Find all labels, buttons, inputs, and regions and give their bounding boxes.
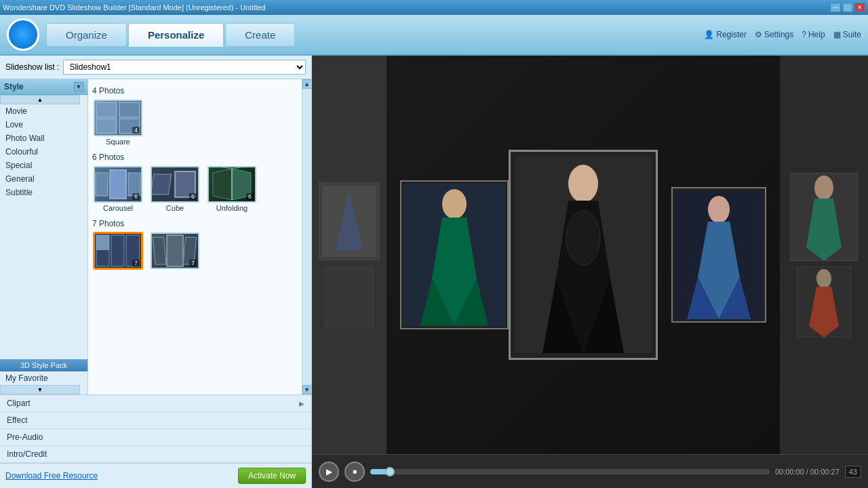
style-thumb-img-unfolding: 6 bbox=[208, 166, 256, 203]
svg-rect-15 bbox=[111, 235, 124, 266]
svg-rect-7 bbox=[152, 174, 172, 195]
style-thumb-img-carousel: 6 bbox=[94, 166, 142, 203]
thumb-number-7b: 7 bbox=[189, 260, 197, 266]
style-thumb-label-cube: Cube bbox=[166, 204, 184, 212]
section-7photos: 7 Photos bbox=[92, 219, 298, 228]
svg-rect-0 bbox=[96, 102, 117, 117]
style-thumb-cube[interactable]: 6 Cube bbox=[149, 166, 201, 212]
stop-button[interactable]: ■ bbox=[344, 462, 365, 482]
style-item-colourful[interactable]: Colourful bbox=[0, 145, 87, 159]
style-item-love[interactable]: Love bbox=[0, 118, 87, 131]
style-thumb-label-unfolding: Unfolding bbox=[216, 204, 248, 212]
header-actions: 👤 Register ⚙ Settings ? Help ▦ Suite bbox=[704, 30, 861, 39]
svg-marker-9 bbox=[213, 169, 232, 200]
activate-button[interactable]: Activate Now bbox=[238, 468, 306, 484]
register-button[interactable]: 👤 Register bbox=[704, 30, 747, 39]
sidebar-scroll-down[interactable]: ▼ bbox=[0, 385, 80, 394]
progress-bar[interactable] bbox=[370, 469, 770, 474]
style-thumb-7a[interactable]: 7 bbox=[92, 232, 144, 270]
style-thumb-img-cube: 6 bbox=[151, 166, 199, 203]
thumb-number-carousel: 6 bbox=[132, 193, 140, 200]
left-panel: Slideshow list : Slideshow1 Style ▼ ▲ Mo… bbox=[0, 56, 312, 488]
style-panel-area: Style ▼ ▲ Movie Love Photo Wall Colourfu… bbox=[0, 79, 311, 394]
svg-line-13 bbox=[232, 167, 241, 169]
preaudio-label: Pre-Audio bbox=[7, 432, 43, 442]
style-thumb-unfolding[interactable]: 6 Unfolding bbox=[206, 166, 258, 212]
help-button[interactable]: ? Help bbox=[802, 30, 825, 39]
style-arrow-btn[interactable]: ▼ bbox=[74, 82, 83, 92]
svg-point-35 bbox=[816, 269, 831, 288]
left-menu: Clipart ▶ Effect Pre-Audio Intro/Credit bbox=[0, 394, 311, 463]
section-6photos: 6 Photos bbox=[92, 152, 298, 162]
style-thumb-7b[interactable]: 7 bbox=[149, 232, 201, 270]
sidebar-scroll-up[interactable]: ▲ bbox=[0, 95, 80, 104]
style-thumb-carousel[interactable]: 6 Carousel bbox=[92, 166, 144, 212]
thumb-number-7a: 7 bbox=[132, 260, 140, 266]
style-label: Style bbox=[4, 82, 24, 92]
style-item-subtitle[interactable]: Subtitle bbox=[0, 186, 87, 199]
thumb-number-cube: 6 bbox=[189, 193, 197, 200]
svg-point-26 bbox=[568, 165, 598, 203]
suite-button[interactable]: ▦ Suite bbox=[833, 30, 861, 39]
style-item-special[interactable]: Special bbox=[0, 159, 87, 172]
svg-line-12 bbox=[222, 167, 232, 169]
style-item-myfavorite[interactable]: My Favorite bbox=[0, 371, 87, 385]
svg-rect-4 bbox=[96, 173, 108, 196]
svg-rect-6 bbox=[128, 173, 140, 196]
menu-preaudio[interactable]: Pre-Audio bbox=[0, 429, 311, 446]
suite-icon: ▦ bbox=[833, 30, 841, 39]
introcredit-label: Intro/Credit bbox=[7, 449, 47, 459]
gear-icon: ⚙ bbox=[755, 30, 762, 39]
menu-introcredit[interactable]: Intro/Credit bbox=[0, 446, 311, 463]
slideshow-row: Slideshow list : Slideshow1 bbox=[0, 56, 311, 79]
frame-counter: 43 bbox=[845, 466, 861, 478]
style-list: Movie Love Photo Wall Colourful Special … bbox=[0, 104, 87, 359]
minimize-button[interactable]: — bbox=[830, 3, 841, 12]
style-scrollbar: ▲ ▼ bbox=[302, 79, 311, 394]
style-content: 4 Photos 4 bbox=[88, 79, 302, 394]
titlebar-controls: — □ ✕ bbox=[830, 3, 865, 12]
menu-effect[interactable]: Effect bbox=[0, 412, 311, 429]
style-thumb-label-square: Square bbox=[106, 138, 130, 146]
maximize-button[interactable]: □ bbox=[842, 3, 853, 12]
download-link[interactable]: Download Free Resource bbox=[5, 471, 98, 481]
style-scroll-down-btn[interactable]: ▼ bbox=[302, 385, 312, 394]
style-3d-pack[interactable]: 3D Style Pack bbox=[0, 359, 87, 371]
style-grid-4photos: 4 Square bbox=[92, 100, 298, 146]
app-logo bbox=[7, 18, 39, 51]
style-thumb-img-7b: 7 bbox=[151, 232, 199, 269]
tab-personalize[interactable]: Personalize bbox=[128, 23, 224, 47]
style-thumb-img-7a: 7 bbox=[94, 232, 142, 269]
header: Organize Personalize Create 👤 Register ⚙… bbox=[0, 15, 868, 56]
main-area: Slideshow list : Slideshow1 Style ▼ ▲ Mo… bbox=[0, 56, 868, 488]
tab-organize[interactable]: Organize bbox=[46, 23, 127, 47]
style-item-movie[interactable]: Movie bbox=[0, 104, 87, 118]
style-scroll-up-btn[interactable]: ▲ bbox=[302, 79, 312, 89]
close-button[interactable]: ✕ bbox=[854, 3, 865, 12]
svg-rect-17 bbox=[96, 235, 109, 250]
menu-clipart[interactable]: Clipart ▶ bbox=[0, 395, 311, 412]
settings-button[interactable]: ⚙ Settings bbox=[755, 30, 793, 39]
style-item-photowall[interactable]: Photo Wall bbox=[0, 131, 87, 145]
section-4photos: 4 Photos bbox=[92, 86, 298, 96]
svg-point-29 bbox=[442, 189, 467, 219]
play-button[interactable]: ▶ bbox=[319, 462, 339, 482]
style-grid-6photos: 6 Carousel 6 bbox=[92, 166, 298, 212]
titlebar: Wondershare DVD Slideshow Builder [Stand… bbox=[0, 0, 868, 15]
titlebar-title: Wondershare DVD Slideshow Builder [Stand… bbox=[3, 3, 265, 12]
slideshow-select[interactable]: Slideshow1 bbox=[63, 60, 306, 75]
svg-rect-1 bbox=[119, 102, 140, 117]
clipart-arrow-icon: ▶ bbox=[299, 400, 304, 407]
preview-area: ▶ ■ 00:00:00 / 00:00:27 43 bbox=[312, 56, 868, 488]
svg-point-31 bbox=[708, 196, 730, 223]
progress-handle[interactable] bbox=[385, 467, 395, 476]
style-sidebar: Style ▼ ▲ Movie Love Photo Wall Colourfu… bbox=[0, 79, 88, 394]
style-thumb-square[interactable]: 4 Square bbox=[92, 100, 144, 146]
help-icon: ? bbox=[802, 30, 806, 39]
tab-create[interactable]: Create bbox=[225, 23, 295, 47]
style-item-general[interactable]: General bbox=[0, 172, 87, 186]
thumb-number-unfolding: 6 bbox=[246, 193, 254, 200]
style-thumb-label-carousel: Carousel bbox=[103, 204, 133, 212]
left-bottom: Download Free Resource Activate Now bbox=[0, 463, 311, 488]
svg-rect-19 bbox=[167, 235, 183, 266]
